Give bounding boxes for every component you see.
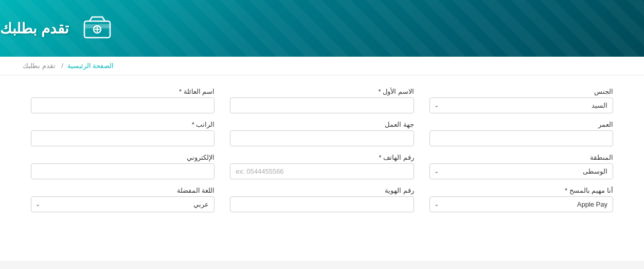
phone-label: رقم الهاتف * (230, 154, 414, 161)
email-label: الإلكتروني (31, 154, 214, 161)
age-group: العمر (430, 121, 613, 146)
work-place-group: جهة العمل (230, 121, 414, 146)
region-value: الوسطى (443, 164, 613, 179)
gender-label: الجنس (430, 88, 613, 95)
gender-chevron-icon[interactable]: ⌄ (430, 98, 443, 112)
id-number-group: رقم الهوية (230, 187, 414, 212)
form-container: الجنس السيد ⌄ الاسم الأول * اسم العائلة … (0, 75, 644, 261)
form-grid: الجنس السيد ⌄ الاسم الأول * اسم العائلة … (31, 88, 613, 212)
family-name-group: اسم العائلة * (31, 88, 214, 113)
survey-interest-chevron-icon[interactable]: ⌄ (430, 197, 443, 211)
family-name-input[interactable] (31, 97, 214, 113)
breadcrumb-separator: / (61, 62, 63, 70)
region-chevron-icon[interactable]: ⌄ (430, 164, 443, 178)
work-place-label: جهة العمل (230, 121, 414, 128)
survey-interest-label: أنا مهيم بالمسح * (430, 187, 613, 194)
id-number-input[interactable] (230, 196, 414, 212)
gender-select-wrapper[interactable]: السيد ⌄ (430, 97, 613, 113)
id-number-label: رقم الهوية (230, 187, 414, 194)
gender-group: الجنس السيد ⌄ (430, 88, 613, 113)
preferred-language-value: عربي (44, 197, 214, 212)
work-place-input[interactable] (230, 130, 414, 146)
survey-interest-group: أنا مهيم بالمسح * Apple Pay ⌄ (430, 187, 613, 212)
preferred-language-group: اللغة المفضلة عربي ⌄ (31, 187, 214, 212)
breadcrumb-bar: الصفحة الرئيسية / تقدم بطلبك (0, 57, 644, 75)
salary-input[interactable] (31, 130, 214, 146)
age-label: العمر (430, 121, 613, 128)
email-input[interactable] (31, 163, 214, 179)
region-group: المنطقة الوسطى ⌄ (430, 154, 613, 179)
region-select-wrapper[interactable]: الوسطى ⌄ (430, 163, 613, 179)
first-name-group: الاسم الأول * (230, 88, 414, 113)
money-icon (79, 10, 115, 47)
family-name-label: اسم العائلة * (31, 88, 214, 95)
breadcrumb-home[interactable]: الصفحة الرئيسية (67, 62, 114, 70)
preferred-language-chevron-icon[interactable]: ⌄ (31, 197, 44, 211)
preferred-language-select-wrapper[interactable]: عربي ⌄ (31, 196, 214, 212)
breadcrumb: الصفحة الرئيسية / تقدم بطلبك (21, 62, 623, 70)
region-label: المنطقة (430, 154, 613, 161)
phone-group: رقم الهاتف * (230, 154, 414, 179)
email-group: الإلكتروني (31, 154, 214, 179)
page-header: تقدم بطلبك (0, 0, 644, 57)
survey-interest-value: Apple Pay (443, 197, 613, 212)
salary-group: الراتب * (31, 121, 214, 146)
preferred-language-label: اللغة المفضلة (31, 187, 214, 194)
breadcrumb-current: تقدم بطلبك (23, 62, 56, 70)
first-name-input[interactable] (230, 97, 414, 113)
age-input[interactable] (430, 130, 613, 146)
survey-interest-select-wrapper[interactable]: Apple Pay ⌄ (430, 196, 613, 212)
gender-value: السيد (443, 98, 613, 113)
salary-label: الراتب * (31, 121, 214, 128)
phone-input[interactable] (230, 163, 414, 179)
page-title: تقدم بطلبك (0, 20, 69, 37)
first-name-label: الاسم الأول * (230, 88, 414, 95)
